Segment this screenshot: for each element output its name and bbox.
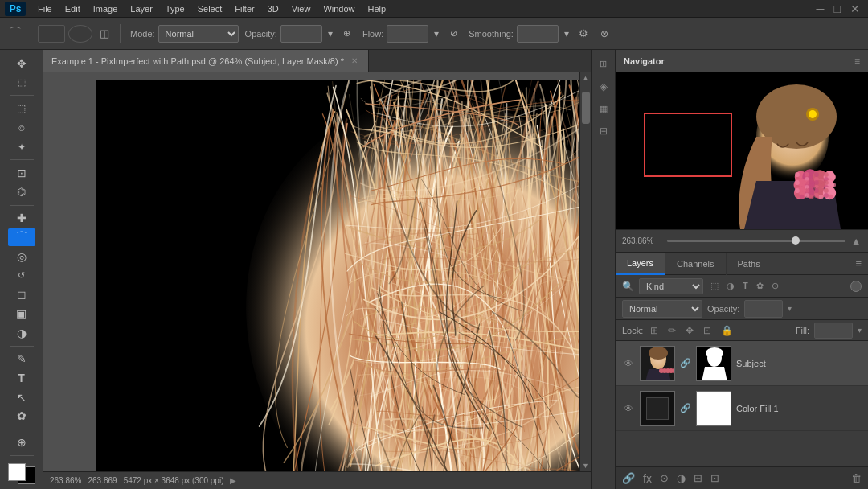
vertical-scrollbar[interactable]: ▲ ▼ (579, 72, 591, 471)
navigator-zoom-handle[interactable] (792, 236, 800, 244)
tab-paths[interactable]: Paths (727, 253, 772, 275)
artboard-tool[interactable]: ⬚ (8, 74, 35, 92)
swatches-icon[interactable]: ▦ (595, 100, 612, 117)
layer-eye-subject[interactable]: 👁 (622, 357, 635, 370)
layers-icon[interactable]: ⊟ (595, 122, 612, 140)
gradient-tool[interactable]: ▣ (8, 305, 35, 323)
lock-artboard-icon[interactable]: ⊡ (701, 323, 714, 338)
new-layer-icon[interactable]: ⊡ (710, 472, 719, 484)
brush-size-icon[interactable] (68, 25, 92, 43)
scroll-up-button[interactable]: ▲ (580, 72, 592, 84)
menu-layer[interactable]: Layer (125, 2, 158, 15)
color-palette-icon[interactable]: ◈ (595, 77, 612, 95)
opacity-dropdown-icon[interactable]: ▾ (326, 27, 335, 41)
opacity-dropdown-arrow[interactable]: ▾ (788, 304, 792, 313)
delete-layer-icon[interactable]: 🗑 (851, 472, 862, 484)
tab-channels[interactable]: Channels (665, 253, 726, 275)
filter-toggle[interactable] (850, 281, 862, 292)
move-tool[interactable]: ✥ (8, 55, 35, 72)
layer-link-subject[interactable]: 🔗 (680, 358, 691, 368)
layer-thumb-subject[interactable] (640, 346, 675, 381)
pressure-opacity-icon[interactable]: ⊕ (338, 25, 356, 43)
link-layers-icon[interactable]: 🔗 (622, 472, 635, 484)
canvas-wrapper[interactable]: ▲ ▼ (43, 72, 591, 471)
scroll-down-button[interactable]: ▼ (580, 460, 592, 471)
layer-row-subject[interactable]: 👁 🔗 Subject (616, 341, 868, 386)
layer-mask-colorfill[interactable] (696, 391, 731, 426)
new-group-icon[interactable]: ⊞ (694, 472, 702, 484)
restore-button[interactable]: □ (831, 2, 844, 15)
layer-thumb-colorfill[interactable] (640, 391, 675, 426)
flow-input[interactable]: 100% (387, 25, 428, 43)
flow-dropdown-icon[interactable]: ▾ (432, 27, 441, 41)
pen-tool[interactable]: ✎ (8, 350, 35, 368)
info-arrow[interactable]: ▶ (230, 476, 236, 485)
menu-image[interactable]: Image (88, 2, 124, 15)
opacity-input[interactable]: 100% (280, 25, 322, 43)
menu-select[interactable]: Select (192, 2, 228, 15)
close-button[interactable]: ✕ (847, 2, 863, 15)
quick-select-tool[interactable]: ✦ (8, 138, 35, 156)
zoom-up-arrow[interactable]: ▲ (850, 235, 862, 248)
scroll-track[interactable] (580, 84, 592, 460)
scroll-thumb[interactable] (582, 92, 590, 124)
canvas-scroll[interactable] (43, 72, 579, 471)
new-fill-adj-icon[interactable]: ◑ (677, 472, 686, 484)
tab-layers[interactable]: Layers (616, 253, 665, 275)
blend-mode-select[interactable]: Normal (622, 300, 702, 318)
marquee-tool[interactable]: ⬚ (8, 100, 35, 117)
filter-pixel-icon[interactable]: ⬚ (708, 279, 721, 293)
text-tool[interactable]: T (8, 369, 35, 387)
smoothing-input[interactable]: 0% (517, 25, 559, 43)
layer-row-colorfill[interactable]: 👁 🔗 Color Fill 1 (616, 386, 868, 431)
menu-help[interactable]: Help (362, 2, 392, 15)
lock-transparent-icon[interactable]: ⊞ (648, 323, 661, 338)
menu-view[interactable]: View (286, 2, 317, 15)
menu-filter[interactable]: Filter (229, 2, 260, 15)
menu-3d[interactable]: 3D (262, 2, 285, 15)
layer-mask-subject[interactable] (696, 346, 731, 381)
fill-dropdown-arrow[interactable]: ▾ (858, 326, 862, 335)
foreground-color[interactable] (8, 463, 26, 481)
blur-tool[interactable]: ◑ (8, 324, 35, 342)
menu-file[interactable]: File (32, 2, 58, 15)
smoothing-dropdown-icon[interactable]: ▾ (562, 27, 571, 41)
spot-healing-tool[interactable]: ✚ (8, 209, 35, 227)
eraser-tool[interactable]: ◻ (8, 286, 35, 303)
filter-kind-select[interactable]: Kind (639, 278, 703, 294)
hair-canvas[interactable] (96, 80, 579, 471)
brush-angle-icon[interactable]: ◫ (96, 25, 113, 43)
fill-value-input[interactable]: 100% (814, 323, 853, 339)
add-mask-icon[interactable]: ⊙ (660, 472, 669, 484)
add-style-icon[interactable]: fx (643, 472, 652, 485)
menu-type[interactable]: Type (160, 2, 190, 15)
filter-adj-icon[interactable]: ◑ (724, 279, 737, 293)
brush-tool[interactable]: ⌒ (8, 228, 35, 246)
shape-tool[interactable]: ✿ (8, 408, 35, 425)
path-selection-tool[interactable]: ↖ (8, 388, 35, 406)
airbrush-icon[interactable]: ⊘ (444, 25, 462, 43)
navigator-zoom-slider[interactable] (667, 240, 845, 242)
menu-window[interactable]: Window (317, 2, 360, 15)
canvas-image[interactable] (96, 80, 579, 471)
filter-type-icon[interactable]: T (740, 279, 751, 293)
document-tab[interactable]: Example 1 - PixImperfect with Path.psd @… (43, 50, 369, 72)
lasso-tool[interactable]: ⌾ (8, 119, 35, 137)
lock-all-icon[interactable]: 🔒 (719, 323, 735, 338)
zoom-tool[interactable]: ⊕ (8, 434, 35, 451)
brush-tool-icon[interactable]: ⌒ (6, 25, 24, 43)
navigator-menu-button[interactable]: ≡ (854, 55, 860, 67)
clone-stamp-tool[interactable]: ◎ (8, 248, 35, 265)
navigator-preview[interactable] (616, 72, 868, 229)
lock-position-icon[interactable]: ✥ (683, 323, 696, 338)
filter-shape-icon[interactable]: ✿ (754, 279, 766, 293)
eyedropper-tool[interactable]: ⌬ (8, 183, 35, 201)
crop-tool[interactable]: ⊡ (8, 164, 35, 182)
foreground-background-colors[interactable] (8, 463, 35, 484)
lock-image-icon[interactable]: ✏ (665, 323, 678, 338)
navigator-viewport-box[interactable] (644, 113, 732, 177)
canvas-image-area[interactable] (96, 80, 579, 471)
history-brush-tool[interactable]: ↺ (8, 267, 35, 285)
smoothing-settings-icon[interactable]: ⚙ (575, 25, 592, 43)
mode-select[interactable]: Normal (158, 25, 239, 43)
